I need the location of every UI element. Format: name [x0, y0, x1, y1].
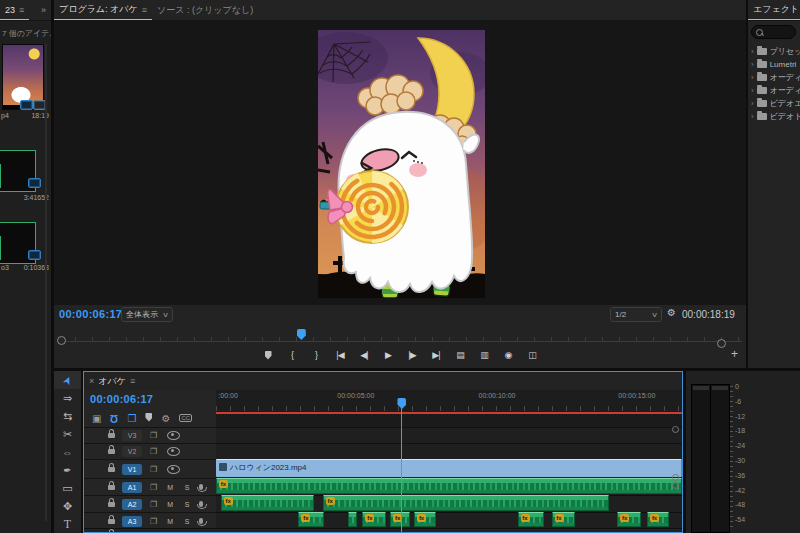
audio-clip-a3[interactable]: fx [552, 512, 576, 527]
extract-icon[interactable]: ▥ [479, 350, 490, 360]
export-frame-icon[interactable]: ◉ [503, 350, 514, 360]
voiceover-mic-icon[interactable] [199, 484, 203, 490]
audio-clip-a3[interactable]: fx [617, 512, 641, 527]
effects-folder-5[interactable]: ›ビデオト [748, 110, 800, 123]
effects-folder-0[interactable]: ›プリセッ [748, 45, 800, 58]
effects-folder-1[interactable]: ›Lumetri [748, 58, 800, 71]
button-editor-plus-icon[interactable]: + [731, 347, 738, 361]
sync-lock-icon[interactable]: ❐ [150, 517, 157, 526]
voiceover-mic-icon[interactable] [199, 501, 203, 507]
lock-icon[interactable] [108, 449, 115, 454]
tab-overflow-chevron-icon[interactable]: » [36, 0, 51, 20]
sync-lock-icon[interactable]: ❐ [150, 431, 157, 440]
monitor-settings-wrench-icon[interactable]: ⚙ [667, 307, 676, 318]
add-marker-icon[interactable] [145, 413, 152, 424]
audio-clip-a3[interactable]: fx [362, 512, 386, 527]
chevron-right-icon[interactable]: › [751, 47, 754, 56]
panel-menu-icon[interactable]: ≡ [142, 5, 147, 15]
snap-icon[interactable]: Ω [110, 413, 118, 424]
timeline-scroll-dot[interactable] [672, 474, 679, 481]
timeline-settings-wrench-icon[interactable]: ⚙ [161, 413, 170, 424]
lock-icon[interactable] [108, 433, 115, 438]
chevron-right-icon[interactable]: › [751, 73, 754, 82]
audio-clip-a3[interactable]: fx [414, 512, 436, 527]
track-target-a3[interactable]: A3 [122, 516, 142, 527]
close-icon[interactable]: × [89, 376, 94, 386]
timeline-scroll-dot[interactable] [672, 426, 679, 433]
chevron-right-icon[interactable]: › [751, 112, 754, 121]
track-target-v3[interactable]: V3 [122, 430, 142, 441]
effects-folder-4[interactable]: ›ビデオエ [748, 97, 800, 110]
audio-clip-a3[interactable] [348, 512, 357, 527]
mute-button[interactable]: M [166, 501, 174, 508]
lock-icon[interactable] [108, 519, 115, 524]
track-target-v2[interactable]: V2 [122, 446, 142, 457]
play-icon[interactable]: ▶ [383, 350, 394, 360]
panel-menu-icon[interactable]: ≡ [130, 376, 135, 386]
lift-icon[interactable]: ▤ [455, 350, 466, 360]
chevron-right-icon[interactable]: › [751, 99, 754, 108]
mark-out-icon[interactable]: } [311, 350, 322, 360]
sync-lock-icon[interactable]: ❐ [150, 483, 157, 492]
pen-tool[interactable]: ✒ [54, 461, 81, 479]
captions-icon[interactable]: CC [179, 414, 192, 422]
mark-in-icon[interactable]: { [287, 350, 298, 360]
timeline-timecode[interactable]: 00:00:06:17 [90, 393, 153, 405]
track-target-v1[interactable]: V1 [122, 464, 142, 475]
add-marker-icon[interactable] [263, 351, 274, 360]
sync-lock-icon[interactable]: ❐ [150, 500, 157, 509]
project-scrollbar[interactable] [45, 44, 47, 521]
effects-tab[interactable]: エフェクト ≡ [748, 0, 800, 20]
program-timecode[interactable]: 00:00:06:17 [59, 308, 122, 320]
track-target-a1[interactable]: A1 [122, 482, 142, 493]
track-target-a2[interactable]: A2 [122, 499, 142, 510]
audio-clip-a3[interactable]: fx [518, 512, 544, 527]
audio-clip-a1[interactable]: fx [216, 478, 682, 494]
video-clip-v1[interactable]: ハロウィン2023.mp4 [216, 459, 682, 477]
nest-icon[interactable]: ▣ [92, 413, 101, 424]
scrubber-zoom-handle-left[interactable] [57, 336, 66, 345]
audio-clip-a2[interactable]: fx [323, 495, 610, 511]
track-select-forward-tool[interactable]: ⇒ [54, 389, 81, 407]
timeline-scroll-dot[interactable] [672, 482, 679, 489]
chevron-right-icon[interactable]: › [751, 60, 754, 69]
audio-clip-a3[interactable]: fx [298, 512, 323, 527]
effects-folder-2[interactable]: ›オーディ [748, 71, 800, 84]
track-visibility-eye-icon[interactable] [167, 431, 180, 440]
solo-button[interactable]: S [183, 518, 191, 525]
audio-clip-a3[interactable]: fx [647, 512, 669, 527]
program-scrubber-playhead[interactable] [297, 329, 306, 340]
voiceover-mic-icon[interactable] [199, 518, 203, 524]
ripple-edit-tool[interactable]: ⇆ [54, 407, 81, 425]
sync-lock-icon[interactable]: ❐ [150, 465, 157, 474]
go-to-in-icon[interactable]: |◀ [335, 350, 346, 360]
go-to-out-icon[interactable]: ▶| [431, 350, 442, 360]
playback-resolution-dropdown[interactable]: 1/2 ∨ [610, 307, 662, 322]
rectangle-tool[interactable]: ▭ [54, 479, 81, 497]
lock-icon[interactable] [108, 502, 115, 507]
audio-clip-a3[interactable]: fx [390, 512, 410, 527]
slip-tool[interactable]: ⇔ [54, 443, 81, 461]
program-scrubber[interactable] [58, 331, 742, 342]
lock-icon[interactable] [108, 467, 115, 472]
project-tab[interactable]: 23 ≡ [0, 0, 29, 20]
chevron-right-icon[interactable]: › [751, 86, 754, 95]
audio-clip-a2[interactable]: fx [221, 495, 314, 511]
panel-menu-icon[interactable]: ≡ [19, 5, 24, 15]
step-forward-icon[interactable]: |▶ [407, 350, 418, 360]
source-monitor-tab[interactable]: ソース : (クリップなし) [152, 0, 258, 20]
solo-button[interactable]: S [183, 501, 191, 508]
effects-folder-3[interactable]: ›オーディ [748, 84, 800, 97]
step-back-icon[interactable]: ◀| [359, 350, 370, 360]
type-tool[interactable]: T [54, 515, 81, 533]
solo-button[interactable]: S [183, 484, 191, 491]
selection-tool[interactable]: ➤ [54, 371, 81, 389]
timeline-playhead[interactable] [401, 398, 402, 532]
sync-lock-icon[interactable]: ❐ [150, 447, 157, 456]
effects-search-input[interactable] [751, 25, 796, 39]
fit-dropdown[interactable]: 全体表示 ∨ [121, 307, 173, 322]
hand-tool[interactable]: ✥ [54, 497, 81, 515]
timeline-track-area[interactable]: :00:0000:00:05:0000:00:10:0000:00:15:00 … [216, 390, 682, 532]
track-visibility-eye-icon[interactable] [167, 447, 180, 456]
lock-icon[interactable] [108, 485, 115, 490]
